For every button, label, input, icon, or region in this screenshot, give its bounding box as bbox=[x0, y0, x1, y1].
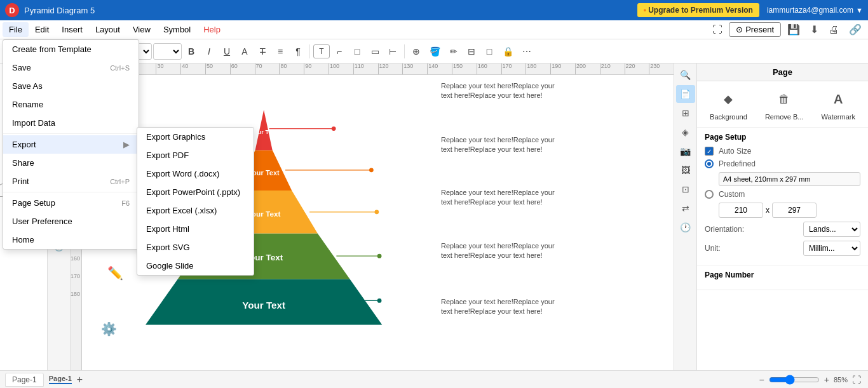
add-page-btn[interactable]: + bbox=[77, 374, 83, 385]
menu-page-setup[interactable]: Page Setup F6 bbox=[3, 194, 139, 212]
fullscreen-icon[interactable]: ⛶ bbox=[709, 22, 726, 37]
menu-user-preference[interactable]: User Preference bbox=[3, 212, 139, 231]
predefined-radio[interactable] bbox=[705, 159, 714, 168]
orientation-select[interactable]: Lands... Portrait bbox=[803, 222, 860, 237]
align-left-btn[interactable]: ⊢ bbox=[384, 44, 401, 58]
export-html[interactable]: Export Html bbox=[137, 220, 254, 238]
export-pptx[interactable]: Export PowerPoint (.pptx) bbox=[137, 183, 254, 201]
level5-text: Your Text bbox=[242, 300, 285, 311]
icon-level5: ⚙️ bbox=[101, 321, 117, 337]
remove-bg-icon: 🗑 bbox=[773, 88, 796, 110]
export-xlsx[interactable]: Export Excel (.xlsx) bbox=[137, 201, 254, 220]
unit-select[interactable]: Millim... Inches Pixels bbox=[803, 241, 860, 256]
menu-rename[interactable]: Rename bbox=[3, 95, 139, 114]
menu-import-data[interactable]: Import Data bbox=[3, 114, 139, 132]
upgrade-button[interactable]: Upgrade to Premium Version bbox=[637, 3, 759, 17]
menu-right-tools: ⛶ ⊙ Present 💾 ⬇ 🖨 🔗 bbox=[709, 22, 865, 37]
rp-tool-image2[interactable]: 🖼 bbox=[676, 161, 695, 179]
auto-size-checkbox[interactable]: ✓ bbox=[705, 147, 714, 156]
rp-tool-1[interactable]: 🔍 bbox=[676, 66, 695, 84]
ruler-160: 160 bbox=[477, 64, 501, 74]
zoom-out-btn[interactable]: − bbox=[757, 375, 766, 385]
menu-save-as[interactable]: Save As bbox=[3, 77, 139, 95]
width-input[interactable] bbox=[719, 203, 763, 218]
rp-tool-page[interactable]: 📄 bbox=[676, 85, 695, 103]
rp-tool-background[interactable]: ◆ Background bbox=[710, 88, 747, 121]
connector-btn[interactable]: ⌐ bbox=[331, 44, 348, 58]
italic-btn[interactable]: I bbox=[201, 44, 217, 58]
zoom-btn[interactable]: ⊕ bbox=[408, 44, 424, 58]
font-color-btn[interactable]: A bbox=[236, 44, 253, 58]
page-number-title: Page Number bbox=[705, 271, 860, 279]
predefined-label: Predefined bbox=[719, 159, 860, 168]
rp-tool-watermark[interactable]: A Watermark bbox=[822, 88, 855, 121]
menu-file[interactable]: File bbox=[3, 22, 29, 37]
zoom-in-btn[interactable]: + bbox=[822, 375, 831, 385]
ruler-120: 120 bbox=[378, 64, 403, 74]
shape2-btn[interactable]: ▭ bbox=[367, 44, 383, 58]
present-button[interactable]: ⊙ Present bbox=[729, 22, 781, 37]
user-dropdown-icon[interactable]: ▼ bbox=[856, 6, 863, 14]
right-panel-title: Page bbox=[697, 64, 868, 81]
export-word[interactable]: Export Word (.docx) bbox=[137, 164, 254, 183]
custom-radio[interactable] bbox=[705, 190, 714, 199]
export-svg[interactable]: Export SVG bbox=[137, 238, 254, 257]
menu-view[interactable]: View bbox=[126, 22, 157, 37]
zoom-slider[interactable] bbox=[769, 375, 820, 385]
menu-home[interactable]: Home bbox=[3, 231, 139, 249]
height-input[interactable] bbox=[772, 203, 817, 218]
text-format-btn[interactable]: ¶ bbox=[290, 44, 306, 58]
ruler-70: 70 bbox=[255, 64, 280, 74]
custom-label: Custom bbox=[719, 190, 860, 199]
bold-btn[interactable]: B bbox=[183, 44, 200, 58]
rp-tool-grid[interactable]: ⊞ bbox=[676, 104, 695, 122]
ruler-200: 200 bbox=[575, 64, 600, 74]
user-menu[interactable]: iammurtaza4@gmail.com bbox=[767, 6, 853, 15]
font-size-select[interactable] bbox=[153, 43, 182, 60]
line-style-btn[interactable]: ⊟ bbox=[463, 44, 480, 58]
more-btn[interactable]: ⋯ bbox=[519, 44, 535, 58]
watermark-icon: A bbox=[827, 88, 850, 110]
status-bar: Page-1 Page-1 + − + 85% ⛶ bbox=[0, 370, 868, 388]
export-google-slide[interactable]: Google Slide bbox=[137, 257, 254, 275]
menu-symbol[interactable]: Symbol bbox=[157, 22, 197, 37]
rp-tool-layers[interactable]: ◈ bbox=[676, 123, 695, 141]
menu-share[interactable]: Share bbox=[3, 154, 139, 172]
fit-btn[interactable]: ⛶ bbox=[850, 375, 863, 385]
pen-btn[interactable]: ✏ bbox=[445, 44, 462, 58]
download-icon[interactable]: ⬇ bbox=[806, 22, 822, 37]
rp-tool-remove-bg[interactable]: 🗑 Remove B... bbox=[765, 88, 804, 121]
active-page[interactable]: Page-1 bbox=[49, 375, 72, 384]
strikethrough-btn[interactable]: T̶ bbox=[254, 44, 271, 58]
rp-tool-clock[interactable]: 🕐 bbox=[676, 218, 695, 236]
svg-point-6 bbox=[332, 126, 336, 131]
export-graphics[interactable]: Export Graphics bbox=[137, 128, 254, 146]
menu-export[interactable]: Export ▶ bbox=[3, 135, 139, 154]
menu-edit[interactable]: Edit bbox=[29, 22, 55, 37]
shape-btn[interactable]: □ bbox=[349, 44, 365, 58]
save-icon[interactable]: 💾 bbox=[783, 22, 804, 37]
background-icon: ◆ bbox=[717, 88, 740, 110]
menu-print[interactable]: Print Ctrl+P bbox=[3, 172, 139, 191]
lock-btn[interactable]: 🔒 bbox=[499, 44, 517, 58]
menu-create-template[interactable]: Create from Template bbox=[3, 40, 139, 58]
annot-level3: Replace your text here!Replace your text… bbox=[441, 188, 559, 208]
fill-btn[interactable]: 🪣 bbox=[426, 44, 444, 58]
export-pdf[interactable]: Export PDF bbox=[137, 146, 254, 164]
page-tab-1[interactable]: Page-1 bbox=[5, 373, 44, 387]
rp-tool-swap[interactable]: ⇄ bbox=[676, 199, 695, 217]
rp-tool-chart[interactable]: ⊡ bbox=[676, 180, 695, 198]
share-icon[interactable]: 🔗 bbox=[845, 22, 865, 37]
menu-save[interactable]: Save Ctrl+S bbox=[3, 58, 139, 77]
border-btn[interactable]: □ bbox=[481, 44, 498, 58]
menu-layout[interactable]: Layout bbox=[89, 22, 126, 37]
print-icon[interactable]: 🖨 bbox=[825, 22, 843, 37]
align-btn[interactable]: ≡ bbox=[272, 44, 288, 58]
menu-help[interactable]: Help bbox=[197, 22, 227, 37]
menu-insert[interactable]: Insert bbox=[55, 22, 89, 37]
rp-tool-camera[interactable]: 📷 bbox=[676, 142, 695, 160]
text-box-btn[interactable]: T bbox=[313, 44, 330, 58]
ruler-160: 160 bbox=[71, 255, 81, 262]
file-dropdown: Create from Template Save Ctrl+S Save As… bbox=[3, 39, 139, 250]
underline-btn[interactable]: U bbox=[219, 44, 235, 58]
